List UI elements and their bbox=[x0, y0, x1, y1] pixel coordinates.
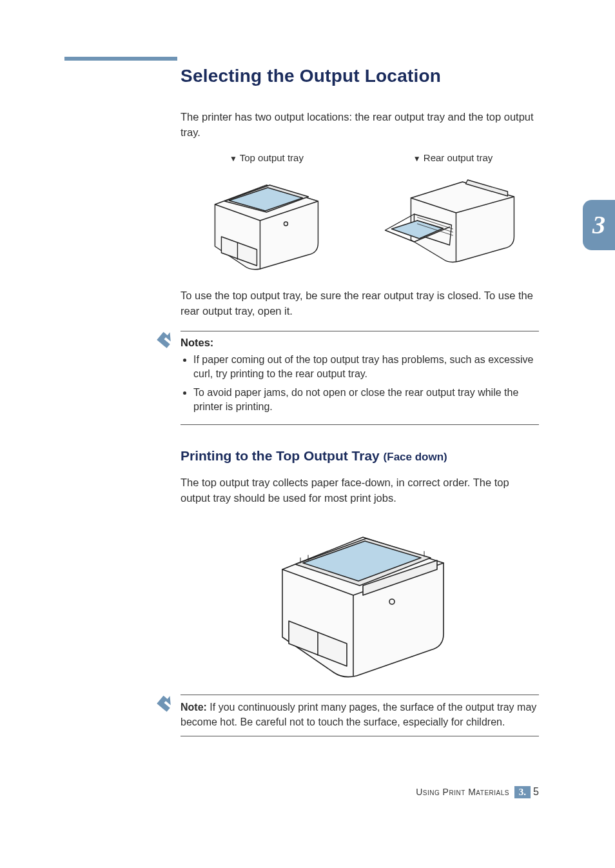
body-paragraph: To use the top output tray, be sure the … bbox=[181, 288, 539, 319]
figure-label-top-text: Top output tray bbox=[240, 152, 304, 163]
figure-row: ▼ Top output tray bbox=[181, 152, 539, 275]
footer-chapter-prefix: 3. bbox=[514, 786, 531, 798]
single-note-text: Note: If you continuously print many pag… bbox=[181, 700, 539, 729]
page-content: Selecting the Output Location The printe… bbox=[181, 61, 539, 736]
section-heading-sub: (Face down) bbox=[384, 451, 447, 463]
note-label: Note: bbox=[181, 702, 210, 713]
figure-top-tray: ▼ Top output tray bbox=[181, 152, 353, 275]
note-arrow-icon bbox=[155, 693, 178, 716]
page-title: Selecting the Output Location bbox=[181, 66, 539, 86]
section-heading: Printing to the Top Output Tray (Face do… bbox=[181, 448, 539, 464]
figure-rear-tray: ▼ Rear output tray bbox=[367, 152, 539, 275]
figure-label-top: ▼ Top output tray bbox=[181, 152, 353, 163]
section-intro: The top output tray collects paper face-… bbox=[181, 475, 539, 506]
single-note-box: Note: If you continuously print many pag… bbox=[181, 695, 539, 736]
printer-large-illustration bbox=[181, 518, 539, 686]
note-arrow-icon bbox=[155, 329, 178, 352]
footer-chapter-name: Using Print Materials bbox=[416, 787, 509, 797]
note-item: To avoid paper jams, do not open or clos… bbox=[193, 386, 539, 415]
notes-list: If paper coming out of the top output tr… bbox=[181, 353, 539, 415]
down-triangle-icon: ▼ bbox=[413, 154, 421, 163]
footer-page-number: 5 bbox=[533, 786, 539, 797]
notes-title: Notes: bbox=[181, 337, 539, 349]
section-heading-main: Printing to the Top Output Tray bbox=[181, 448, 384, 463]
printer-rear-tray-illustration bbox=[367, 166, 539, 275]
note-item: If paper coming out of the top output tr… bbox=[193, 353, 539, 382]
chapter-tab: 3 bbox=[583, 200, 615, 250]
header-accent-rule bbox=[64, 57, 177, 61]
note-body: If you continuously print many pages, th… bbox=[181, 702, 536, 727]
notes-box: Notes: If paper coming out of the top ou… bbox=[181, 331, 539, 426]
figure-label-rear: ▼ Rear output tray bbox=[367, 152, 539, 163]
printer-top-tray-illustration bbox=[181, 166, 353, 275]
down-triangle-icon: ▼ bbox=[229, 154, 237, 163]
figure-label-rear-text: Rear output tray bbox=[424, 152, 493, 163]
page-footer: Using Print Materials 3.5 bbox=[181, 786, 539, 798]
intro-paragraph: The printer has two output locations: th… bbox=[181, 110, 539, 141]
